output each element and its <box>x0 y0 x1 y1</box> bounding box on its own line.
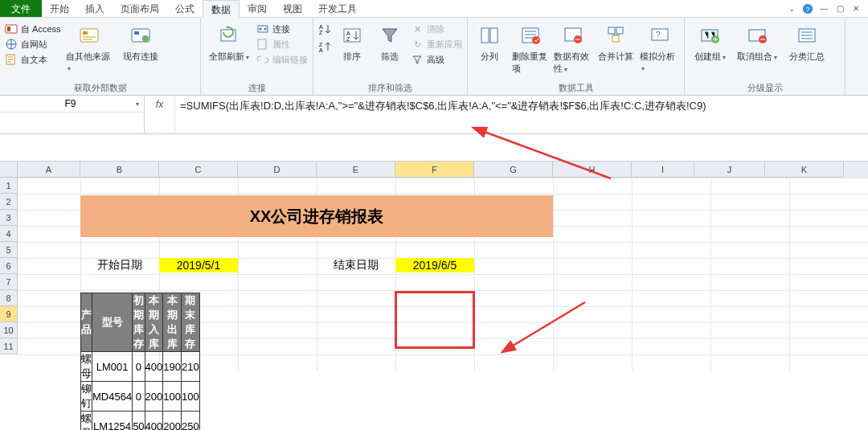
select-all-corner[interactable] <box>0 162 18 178</box>
table-row[interactable]: 螺母LM125450400200250 <box>81 412 200 431</box>
table-cell[interactable]: 190 <box>163 352 182 382</box>
table-cell[interactable]: 250 <box>182 412 200 431</box>
refresh-all-button[interactable]: 全部刷新▾ <box>206 20 252 63</box>
reapply-button: ↻重新应用 <box>411 38 462 51</box>
fx-icon[interactable]: fx <box>145 96 175 133</box>
table-cell[interactable]: 50 <box>133 412 145 431</box>
name-box[interactable]: F9▾ <box>0 96 144 113</box>
data-validation-button[interactable]: 数据有效性▾ <box>554 20 592 75</box>
tab-file[interactable]: 文件 <box>0 0 42 17</box>
col-header-F[interactable]: F <box>395 162 474 178</box>
svg-point-26 <box>532 36 540 44</box>
row-header-4[interactable]: 4 <box>0 226 18 242</box>
properties-button: 属性 <box>256 38 308 51</box>
help-icon[interactable]: ? <box>802 3 813 14</box>
row-header-1[interactable]: 1 <box>0 178 18 194</box>
table-row[interactable]: 铆钉MD45640200100100 <box>81 382 200 412</box>
from-access-button[interactable]: 自 Access <box>5 23 61 35</box>
table-cell[interactable]: LM1254 <box>92 412 133 431</box>
from-other-sources-button[interactable]: 自其他来源▾ <box>66 20 113 72</box>
col-header-K[interactable]: K <box>765 162 844 178</box>
table-cell[interactable]: 100 <box>163 382 182 412</box>
row-header-9[interactable]: 9 <box>0 306 18 322</box>
column-headers[interactable]: ABCDEFGHIJK <box>18 162 868 178</box>
worksheet[interactable]: 1234567891011 ABCDEFGHIJK XX公司进存销报表 开始日期… <box>0 162 868 371</box>
svg-point-10 <box>142 35 149 42</box>
edit-links-button: 编辑链接 <box>256 53 308 66</box>
tab-dev[interactable]: 开发工具 <box>310 0 365 17</box>
subtotal-button[interactable]: 分类汇总 <box>784 20 829 63</box>
table-header: 产品 <box>81 293 92 352</box>
start-date-value[interactable]: 2019/5/1 <box>159 258 238 272</box>
sort-asc-button[interactable]: AZ <box>318 23 331 35</box>
sort-desc-button[interactable]: ZA <box>318 40 331 53</box>
window-min-icon[interactable]: — <box>818 3 829 14</box>
svg-text:?: ? <box>806 5 810 13</box>
col-header-A[interactable]: A <box>18 162 80 178</box>
window-restore-icon[interactable]: ▢ <box>834 3 845 14</box>
table-cell[interactable]: 210 <box>182 352 200 382</box>
row-header-2[interactable]: 2 <box>0 194 18 210</box>
sort-button[interactable]: AZ 排序 <box>336 20 369 63</box>
col-header-G[interactable]: G <box>474 162 553 178</box>
ungroup-button[interactable]: 取消组合▾ <box>735 20 780 63</box>
tab-formulas[interactable]: 公式 <box>167 0 203 17</box>
col-header-H[interactable]: H <box>553 162 632 178</box>
tab-review[interactable]: 审阅 <box>240 0 275 17</box>
table-cell[interactable]: 200 <box>163 412 182 431</box>
group-button[interactable]: 创建组▾ <box>690 20 730 63</box>
window-controls: ⌄ ? — ▢ ✕ <box>786 0 868 17</box>
row-header-8[interactable]: 8 <box>0 290 18 306</box>
table-row[interactable]: 螺母LM0010400190210 <box>81 352 200 382</box>
col-header-E[interactable]: E <box>317 162 395 178</box>
row-header-10[interactable]: 10 <box>0 322 18 338</box>
window-close-icon[interactable]: ✕ <box>850 3 862 14</box>
row-header-11[interactable]: 11 <box>0 338 18 354</box>
data-table[interactable]: 产品型号初期库存本期入库本期出库期末库存螺母LM0010400190210铆钉M… <box>80 293 200 430</box>
row-header-5[interactable]: 5 <box>0 242 18 258</box>
row-header-3[interactable]: 3 <box>0 210 18 226</box>
remove-duplicates-button[interactable]: 删除重复项 <box>512 20 550 75</box>
from-text-button[interactable]: 自文本 <box>5 53 61 66</box>
row-headers[interactable]: 1234567891011 <box>0 178 18 354</box>
group-label-ext-data: 获取外部数据 <box>5 80 195 94</box>
table-cell[interactable]: 0 <box>133 382 145 412</box>
advanced-filter-button[interactable]: 高级 <box>411 53 462 66</box>
svg-rect-30 <box>616 27 623 34</box>
ribbon-tabs: 文件 开始 插入 页面布局 公式 数据 审阅 视图 开发工具 ⌄ ? — ▢ ✕ <box>0 0 868 18</box>
what-if-button[interactable]: ?模拟分析▾ <box>640 20 679 72</box>
from-web-button[interactable]: 自网站 <box>5 38 61 51</box>
table-cell[interactable]: 0 <box>133 352 145 382</box>
table-cell[interactable]: 螺母 <box>81 412 92 431</box>
table-cell[interactable]: MD4564 <box>92 382 133 412</box>
formula-bar: F9▾ fx =SUMIFS(出库表!D:D,出库表!A:A,">="&进存销表… <box>0 96 868 134</box>
table-cell[interactable]: 100 <box>182 382 200 412</box>
formula-input[interactable]: =SUMIFS(出库表!D:D,出库表!A:A,">="&进存销表!$C$6,出… <box>175 96 868 133</box>
col-header-B[interactable]: B <box>80 162 159 178</box>
tab-layout[interactable]: 页面布局 <box>113 0 167 17</box>
text-to-columns-button[interactable]: 分列 <box>473 20 507 63</box>
col-header-J[interactable]: J <box>694 162 765 178</box>
table-cell[interactable]: 铆钉 <box>81 382 92 412</box>
col-header-I[interactable]: I <box>632 162 694 178</box>
existing-connections-button[interactable]: 现有连接 <box>117 20 164 63</box>
table-cell[interactable]: 400 <box>145 352 163 382</box>
row-header-7[interactable]: 7 <box>0 274 18 290</box>
tab-view[interactable]: 视图 <box>275 0 310 17</box>
row-header-6[interactable]: 6 <box>0 258 18 274</box>
connections-button[interactable]: 连接 <box>256 23 308 35</box>
filter-button[interactable]: 筛选 <box>374 20 407 63</box>
tab-insert[interactable]: 插入 <box>77 0 113 17</box>
end-date-value[interactable]: 2019/6/5 <box>395 258 474 272</box>
table-cell[interactable]: LM001 <box>92 352 133 382</box>
tab-home[interactable]: 开始 <box>42 0 77 17</box>
table-cell[interactable]: 200 <box>145 382 163 412</box>
consolidate-button[interactable]: 合并计算 <box>596 20 636 63</box>
svg-rect-7 <box>83 31 88 35</box>
ribbon-min-icon[interactable]: ⌄ <box>786 3 797 14</box>
col-header-C[interactable]: C <box>159 162 238 178</box>
tab-data[interactable]: 数据 <box>203 0 240 18</box>
col-header-D[interactable]: D <box>238 162 317 178</box>
table-cell[interactable]: 螺母 <box>81 352 92 382</box>
table-cell[interactable]: 400 <box>145 412 163 431</box>
